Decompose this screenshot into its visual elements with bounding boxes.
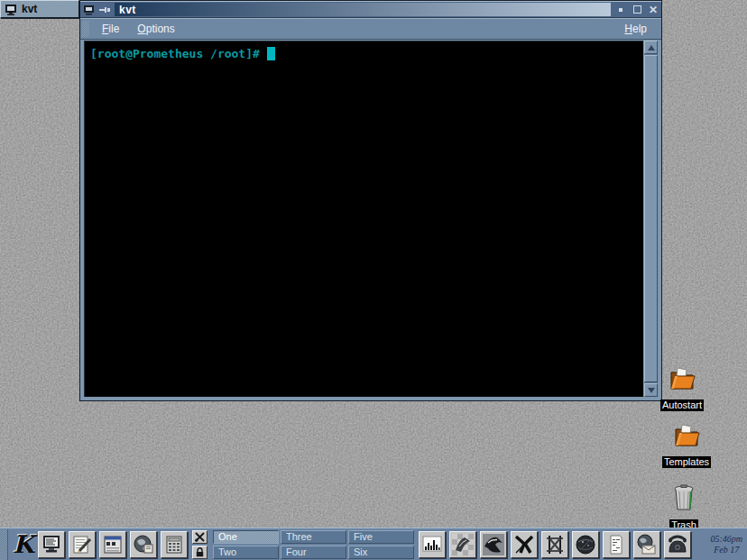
eagle-image-icon [483, 534, 504, 555]
pager-desktop-six[interactable]: Six [348, 546, 414, 559]
launcher-notes[interactable] [603, 531, 630, 558]
scrollbar-thumb[interactable] [644, 55, 658, 382]
padlock-icon [195, 547, 205, 557]
k-menu-button[interactable]: K [11, 530, 36, 559]
menubar-drag-handle[interactable] [82, 21, 89, 37]
clock-time: 05:46pm [710, 534, 742, 545]
desktop: kvt kvt ✕ [0, 0, 747, 560]
desktop-icon-templates[interactable]: Templates [650, 422, 723, 469]
launcher-graphics-app[interactable] [480, 531, 507, 558]
logout-x-icon [195, 532, 205, 542]
checkered-image-icon [452, 534, 474, 555]
trash-icon [670, 483, 697, 512]
note-page-icon [605, 534, 627, 555]
telephone-icon [667, 534, 688, 555]
dark-sphere-icon [575, 534, 596, 555]
launcher-x11[interactable] [511, 531, 538, 558]
terminal-scrollbar[interactable] [644, 41, 658, 397]
launcher-web-browser[interactable] [130, 531, 157, 558]
pager-desktop-two[interactable]: Two [213, 546, 279, 559]
clock-date: Feb 17 [710, 545, 742, 555]
kvt-window: kvt ✕ File Options Help [root@Prometheus… [79, 0, 662, 401]
panel-small-buttons [192, 530, 208, 559]
terminal-icon [83, 5, 95, 15]
pager-desktop-three[interactable]: Three [281, 530, 346, 544]
close-button[interactable]: ✕ [645, 2, 661, 17]
launcher-chart-app[interactable] [419, 531, 446, 558]
terminal-cursor [267, 47, 275, 60]
notepad-pencil-icon [71, 534, 93, 555]
launcher-cd-player[interactable] [572, 531, 599, 558]
easel-frame-icon [544, 534, 566, 555]
globe-icon [133, 534, 154, 555]
globe-mail-icon [636, 534, 658, 555]
shaded-window-kvt[interactable]: kvt [0, 0, 79, 18]
window-icon [102, 534, 124, 555]
maximize-button[interactable] [629, 2, 645, 17]
launcher-calculator[interactable] [161, 531, 188, 558]
pager-desktop-four[interactable]: Four [281, 546, 346, 559]
pin-icon [98, 5, 111, 14]
window-title[interactable]: kvt [115, 3, 611, 16]
shaded-window-title: kvt [22, 3, 37, 15]
shell-prompt: [root@Prometheus /root]# [90, 47, 260, 60]
launcher-text-editor[interactable] [69, 531, 96, 558]
launcher-mail[interactable] [633, 531, 660, 558]
menubar: File Options Help [80, 18, 661, 40]
console-icon [41, 534, 62, 555]
pager-desktop-five[interactable]: Five [348, 530, 414, 544]
folder-icon [667, 365, 697, 392]
menu-file[interactable]: File [93, 21, 128, 37]
panel-clock: 05:46pm Feb 17 [710, 534, 742, 555]
lock-screen-button[interactable] [192, 546, 208, 559]
minimize-icon [619, 8, 622, 12]
desktop-icon-autostart[interactable]: Autostart [646, 365, 718, 412]
menu-options[interactable]: Options [128, 21, 183, 37]
kpanel: K [0, 528, 747, 560]
folder-icon [671, 422, 702, 449]
launcher-image-tool[interactable] [449, 531, 476, 558]
scroll-up-button[interactable] [644, 41, 658, 54]
terminal-client-area: [root@Prometheus /root]# [80, 40, 661, 400]
menu-help[interactable]: Help [615, 21, 656, 37]
histogram-icon [421, 534, 443, 555]
launcher-easel[interactable] [541, 531, 568, 558]
titlebar[interactable]: kvt ✕ [80, 1, 661, 18]
maximize-icon [633, 5, 641, 14]
desktop-pager: One Two Three Four Five Six [213, 530, 414, 559]
terminal-screen[interactable]: [root@Prometheus /root]# [84, 41, 643, 397]
window-menu-button[interactable] [80, 2, 97, 17]
logout-button[interactable] [192, 530, 208, 544]
close-icon: ✕ [649, 5, 658, 15]
launcher-phone[interactable] [664, 531, 691, 558]
icon-label: Autostart [660, 399, 704, 411]
launcher-console[interactable] [38, 531, 65, 558]
desktop-icon-trash[interactable]: Trash [648, 483, 720, 532]
x11-logo-icon [513, 534, 535, 555]
terminal-icon [5, 4, 17, 15]
icon-label: Templates [662, 456, 711, 468]
sticky-pin-button[interactable] [97, 2, 113, 17]
calculator-icon [163, 534, 185, 555]
pager-desktop-one[interactable]: One [213, 530, 279, 544]
panel-hide-handle[interactable] [0, 529, 8, 560]
minimize-button[interactable] [613, 2, 629, 17]
arrow-up-icon [648, 45, 655, 50]
launcher-file-manager[interactable] [99, 531, 126, 558]
